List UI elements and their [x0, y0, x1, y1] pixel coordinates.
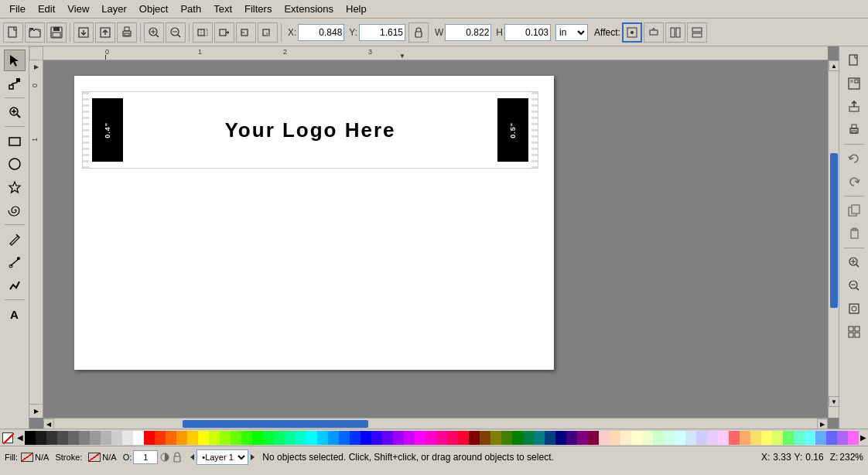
transform3-button[interactable]: [236, 22, 256, 43]
palette-color[interactable]: [187, 431, 198, 445]
palette-color[interactable]: [425, 431, 436, 445]
palette-color[interactable]: [848, 431, 859, 445]
scroll-left-arrow[interactable]: ◀: [43, 419, 54, 429]
node-tool[interactable]: [4, 73, 26, 94]
palette-color[interactable]: [794, 431, 805, 445]
print-button[interactable]: [117, 22, 137, 43]
palette-color[interactable]: [241, 431, 252, 445]
palette-color[interactable]: [480, 431, 490, 445]
pen-tool[interactable]: [4, 251, 26, 273]
pencil-tool[interactable]: [4, 228, 26, 250]
paste-btn[interactable]: [843, 223, 865, 244]
transform4-button[interactable]: [258, 22, 278, 43]
palette-color[interactable]: [761, 431, 772, 445]
palette-color[interactable]: [707, 431, 718, 445]
palette-color[interactable]: [555, 431, 566, 445]
stroke-swatch[interactable]: [88, 453, 101, 462]
circle-tool[interactable]: [4, 153, 26, 175]
menu-filters[interactable]: Filters: [238, 2, 278, 16]
new-button[interactable]: [3, 22, 23, 43]
affect-btn3[interactable]: [665, 22, 685, 43]
palette-color[interactable]: [740, 431, 750, 445]
calligraphy-tool[interactable]: [4, 275, 26, 296]
palette-color[interactable]: [263, 431, 274, 445]
palette-color[interactable]: [68, 431, 79, 445]
palette-color[interactable]: [339, 431, 350, 445]
palette-color[interactable]: [631, 431, 642, 445]
palette-color[interactable]: [696, 431, 707, 445]
save-button[interactable]: [46, 22, 67, 43]
h-input[interactable]: [504, 24, 551, 41]
palette-color[interactable]: [317, 431, 328, 445]
canvas-area[interactable]: 0 1 2 3 ▼ 0 1 ▶ ▶: [29, 46, 839, 429]
zoom-page-btn[interactable]: [843, 298, 865, 320]
palette-color[interactable]: [534, 431, 545, 445]
palette-right-arrow[interactable]: ▶: [859, 433, 868, 442]
palette-color[interactable]: [306, 431, 317, 445]
palette-color[interactable]: [750, 431, 761, 445]
palette-color[interactable]: [231, 431, 241, 445]
copy-btn[interactable]: [843, 200, 865, 221]
layer-right-arrow[interactable]: [248, 453, 256, 461]
palette-color[interactable]: [620, 431, 631, 445]
palette-color[interactable]: [176, 431, 187, 445]
menu-layer[interactable]: Layer: [95, 2, 133, 16]
palette-color[interactable]: [512, 431, 523, 445]
scroll-thumb-horizontal[interactable]: [183, 420, 368, 428]
transform1-button[interactable]: [193, 22, 213, 43]
zoom-in-btn[interactable]: [843, 251, 865, 273]
palette-color[interactable]: [155, 431, 166, 445]
fill-swatch[interactable]: [21, 453, 33, 462]
palette-color[interactable]: [285, 431, 296, 445]
export-btn[interactable]: [843, 96, 865, 118]
palette-color[interactable]: [458, 431, 469, 445]
layer-left-arrow[interactable]: [189, 453, 196, 461]
spiral-tool[interactable]: [4, 200, 26, 221]
scroll-right-arrow[interactable]: ▶: [817, 419, 828, 429]
redo-btn[interactable]: [843, 171, 865, 193]
palette-color[interactable]: [772, 431, 783, 445]
menu-file[interactable]: File: [3, 2, 32, 16]
canvas-scroll-wrapper[interactable]: 0.4" Your Logo Here 0.5": [43, 60, 828, 418]
palette-color[interactable]: [122, 431, 133, 445]
palette-color[interactable]: [675, 431, 685, 445]
palette-color[interactable]: [588, 431, 599, 445]
w-input[interactable]: [445, 24, 491, 41]
palette-color[interactable]: [685, 431, 696, 445]
palette-color[interactable]: [209, 431, 220, 445]
menu-text[interactable]: Text: [207, 2, 238, 16]
menu-path[interactable]: Path: [174, 2, 207, 16]
palette-color[interactable]: [826, 431, 837, 445]
lock-proportions-button[interactable]: [408, 22, 429, 43]
zoom-fit-button[interactable]: [144, 22, 164, 43]
palette-color[interactable]: [577, 431, 588, 445]
grid-btn[interactable]: [843, 321, 865, 343]
palette-color[interactable]: [566, 431, 577, 445]
palette-color[interactable]: [328, 431, 339, 445]
palette-color[interactable]: [371, 431, 382, 445]
import-button[interactable]: [73, 22, 94, 43]
layer-select[interactable]: •Layer 1: [196, 449, 248, 465]
palette-color[interactable]: [837, 431, 848, 445]
palette-color[interactable]: [501, 431, 512, 445]
palette-color[interactable]: [415, 431, 425, 445]
palette-color[interactable]: [36, 431, 46, 445]
palette-color[interactable]: [382, 431, 393, 445]
palette-color[interactable]: [198, 431, 209, 445]
scroll-up-arrow[interactable]: ▲: [829, 60, 839, 71]
star-tool[interactable]: [4, 176, 26, 198]
palette-color[interactable]: [25, 431, 36, 445]
palette-color[interactable]: [653, 431, 664, 445]
scroll-down-arrow[interactable]: ▼: [829, 396, 839, 407]
transform2-button[interactable]: [214, 22, 234, 43]
palette-color[interactable]: [783, 431, 794, 445]
menu-help[interactable]: Help: [340, 2, 373, 16]
affect-btn2[interactable]: [644, 22, 664, 43]
palette-color[interactable]: [599, 431, 610, 445]
palette-color[interactable]: [815, 431, 826, 445]
palette-color[interactable]: [404, 431, 415, 445]
new-doc-btn[interactable]: [843, 50, 865, 71]
palette-color[interactable]: [101, 431, 111, 445]
menu-object[interactable]: Object: [133, 2, 175, 16]
palette-color[interactable]: [220, 431, 231, 445]
